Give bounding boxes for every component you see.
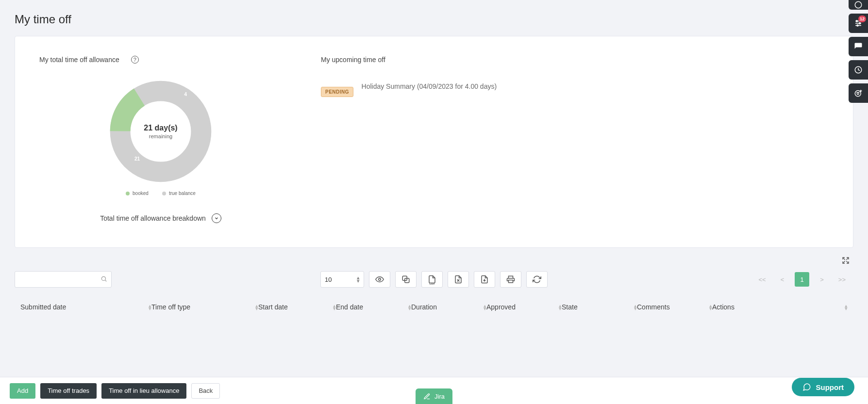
col-actions[interactable]: Actions▴▾ — [712, 303, 848, 311]
pagination-prev[interactable]: < — [777, 273, 788, 286]
search-icon[interactable] — [100, 275, 107, 284]
export-excel-button[interactable] — [448, 271, 469, 288]
col-start[interactable]: Start date▴▾ — [258, 303, 336, 311]
legend-booked-label: booked — [133, 191, 149, 196]
side-btn-clock[interactable] — [849, 60, 868, 80]
print-button[interactable] — [500, 271, 521, 288]
jira-button[interactable]: Jira — [416, 388, 452, 404]
col-type[interactable]: Time off type▴▾ — [151, 303, 258, 311]
export-pdf-button[interactable] — [474, 271, 495, 288]
allowance-title: My total time off allowance — [39, 56, 119, 64]
pencil-icon — [423, 393, 431, 400]
upcoming-item-text: Holiday Summary (04/09/2023 for 4.00 day… — [362, 82, 497, 90]
legend-dot-booked — [126, 192, 130, 195]
svg-rect-8 — [509, 276, 513, 278]
upcoming-title: My upcoming time off — [321, 56, 829, 64]
svg-point-2 — [101, 276, 105, 280]
col-approved[interactable]: Approved▴▾ — [486, 303, 562, 311]
help-icon[interactable]: ? — [131, 56, 139, 64]
smiley-plus-icon — [854, 89, 863, 97]
back-button[interactable]: Back — [191, 383, 220, 399]
breakdown-toggle[interactable]: Total time off allowance breakdown — [39, 213, 282, 223]
expand-icon[interactable] — [842, 257, 850, 266]
refresh-button[interactable] — [526, 271, 548, 288]
donut-remaining-value: 21 day(s) — [144, 124, 177, 132]
pending-badge: PENDING — [321, 87, 353, 97]
legend-booked: booked — [126, 191, 149, 196]
col-duration[interactable]: Duration▴▾ — [411, 303, 486, 311]
donut-remaining-label: remaining — [144, 133, 177, 139]
page-title: My time off — [0, 0, 868, 26]
donut-chart: 21 day(s) remaining 4 21 — [107, 78, 214, 185]
svg-point-16 — [857, 25, 858, 26]
pagination-first[interactable]: << — [754, 273, 769, 286]
pagination-next[interactable]: > — [816, 273, 828, 286]
svg-point-20 — [858, 93, 859, 94]
donut-balance-segment-label: 21 — [134, 156, 140, 162]
page-size-value: 10 — [325, 276, 332, 283]
svg-point-18 — [855, 91, 861, 97]
legend-dot-balance — [162, 192, 166, 195]
svg-point-19 — [857, 93, 858, 94]
side-badge: 12 — [858, 16, 866, 22]
add-button[interactable]: Add — [10, 383, 35, 399]
pagination-current[interactable]: 1 — [795, 272, 809, 287]
svg-line-3 — [105, 280, 107, 281]
svg-point-15 — [859, 23, 861, 24]
svg-point-4 — [379, 278, 381, 281]
chart-legend: booked true balance — [39, 191, 282, 196]
chat-icon — [802, 383, 811, 391]
support-label: Support — [816, 383, 844, 391]
upcoming-item[interactable]: PENDING Holiday Summary (04/09/2023 for … — [321, 75, 829, 97]
svg-rect-9 — [509, 280, 513, 283]
pagination-last[interactable]: >> — [835, 273, 850, 286]
table-toolbar: 10 ▴▾ CSV << < 1 > >> — [0, 266, 868, 288]
page-size-select[interactable]: 10 ▴▾ — [320, 271, 364, 288]
svg-point-14 — [856, 20, 858, 22]
breakdown-label: Total time off allowance breakdown — [100, 214, 206, 222]
pagination: << < 1 > >> — [754, 272, 850, 287]
toggle-visibility-button[interactable] — [369, 271, 390, 288]
allowance-panel: My total time off allowance ? 21 day(s) … — [39, 56, 282, 223]
col-end[interactable]: End date▴▾ — [336, 303, 411, 311]
chevron-down-icon — [212, 213, 221, 223]
side-btn-tasks[interactable]: 12 — [849, 14, 868, 33]
side-btn-top[interactable] — [849, 0, 868, 10]
search-input-wrap — [15, 271, 112, 288]
time-off-lieu-button[interactable]: Time off in lieu allowance — [101, 383, 186, 399]
col-submitted[interactable]: Submitted date▴▾ — [20, 303, 151, 311]
table-header: Submitted date▴▾ Time off type▴▾ Start d… — [0, 288, 868, 316]
summary-card: My total time off allowance ? 21 day(s) … — [15, 36, 853, 248]
export-csv-button[interactable]: CSV — [421, 271, 443, 288]
side-btn-chat[interactable] — [849, 37, 868, 56]
legend-balance: true balance — [162, 191, 196, 196]
col-state[interactable]: State▴▾ — [562, 303, 637, 311]
search-input[interactable] — [19, 276, 100, 283]
donut-booked-segment-label: 4 — [184, 92, 187, 97]
legend-balance-label: true balance — [169, 191, 196, 196]
side-btn-add-reaction[interactable] — [849, 83, 868, 103]
support-button[interactable]: Support — [792, 378, 855, 396]
col-comments[interactable]: Comments▴▾ — [637, 303, 712, 311]
side-panel-icons: 12 — [849, 0, 868, 103]
upcoming-panel: My upcoming time off PENDING Holiday Sum… — [321, 56, 829, 223]
allowance-title-row: My total time off allowance ? — [39, 56, 282, 64]
clock-icon — [854, 65, 863, 74]
svg-point-10 — [855, 1, 862, 8]
select-caret-icon: ▴▾ — [357, 276, 360, 283]
chat-bubble-icon — [854, 42, 863, 51]
donut-center: 21 day(s) remaining — [144, 124, 177, 139]
time-off-trades-button[interactable]: Time off trades — [40, 383, 97, 399]
copy-button[interactable] — [395, 271, 417, 288]
jira-label: Jira — [434, 393, 445, 400]
